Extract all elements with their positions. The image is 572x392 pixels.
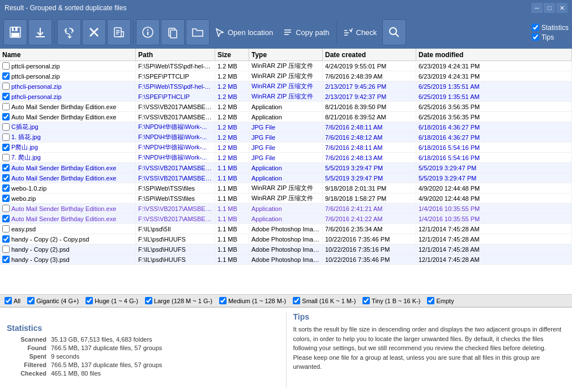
maximize-button[interactable]: □	[544, 3, 555, 13]
statistics-check-input[interactable]	[532, 24, 539, 31]
file-checkbox[interactable]	[2, 133, 10, 141]
download-button[interactable]	[28, 19, 52, 45]
table-row[interactable]: pthcli-personal.zip F:\SPEF\PTHCLIP 1.2 …	[0, 92, 572, 102]
col-size[interactable]: Size	[215, 49, 249, 61]
search-icon	[389, 27, 400, 38]
filter-small-input[interactable]	[293, 297, 300, 304]
save-button[interactable]	[3, 19, 27, 45]
file-name-cell: pthcli-personal.zip	[0, 92, 136, 101]
filter-tiny-label: Tiny (1 B ~ 16 K-)	[372, 298, 420, 304]
filter-gigantic[interactable]: Gigantic (4 G+)	[27, 297, 79, 304]
table-row[interactable]: Auto Mail Sender Birthday Edition.exe F:…	[0, 173, 572, 183]
file-checkbox[interactable]	[2, 195, 10, 202]
filter-medium-input[interactable]	[219, 297, 227, 304]
filter-empty-input[interactable]	[427, 297, 434, 304]
filter-tiny[interactable]: Tiny (1 B ~ 16 K-)	[362, 297, 420, 304]
table-row[interactable]: webo-1.0.zip F:\SP\Web\TSS\files 1.1 MB …	[0, 183, 572, 193]
file-type-cell: Application	[249, 215, 323, 223]
file-name-cell: handy - Copy (3).psd	[0, 255, 136, 264]
table-row[interactable]: webo.zip F:\SP\Web\TSS\files 1.1 MB WinR…	[0, 193, 572, 204]
table-row[interactable]: handy - Copy (2) - Copy.psd F:\IL\psd\HU…	[0, 234, 572, 244]
filter-large-input[interactable]	[145, 297, 152, 304]
file-checkbox[interactable]	[2, 235, 10, 243]
col-path[interactable]: Path	[136, 49, 215, 61]
file-checkbox[interactable]	[2, 144, 10, 151]
check-button[interactable]: Check	[339, 19, 382, 45]
statistics-checkbox[interactable]: Statistics	[532, 24, 569, 32]
file-type-cell: WinRAR ZIP 压缩文件	[249, 183, 323, 193]
close-button[interactable]: ✕	[556, 3, 567, 13]
col-date-created[interactable]: Date created	[323, 49, 416, 61]
filter-all-input[interactable]	[5, 297, 12, 304]
table-row[interactable]: Auto Mail Sender Birthday Edition.exe F:…	[0, 204, 572, 214]
table-row[interactable]: handy - Copy (2).psd F:\IL\psd\HUUFS 1.1…	[0, 244, 572, 255]
col-date-modified-label: Date modified	[419, 51, 463, 59]
filter-gigantic-input[interactable]	[27, 297, 35, 304]
filter-huge[interactable]: Huge (1 ~ 4 G-)	[86, 297, 138, 304]
col-date-modified[interactable]: Date modified	[416, 49, 572, 61]
file-checkbox[interactable]	[2, 164, 10, 171]
table-row[interactable]: easy.psd F:\IL\psd\5Il 1.1 MB Adobe Phot…	[0, 224, 572, 234]
file-checkbox[interactable]	[2, 62, 10, 70]
table-row[interactable]: P爬山.jpg F:\NPD\H华德福\Work-... 1.2 MB JPG …	[0, 143, 572, 153]
table-row[interactable]: Auto Mail Sender Birthday Edition.exe F:…	[0, 214, 572, 224]
table-row[interactable]: Auto Mail Sender Birthday Edition.exe F:…	[0, 112, 572, 122]
table-row[interactable]: pttcli-personal.zip F:\SP\Web\TSS\pdf-he…	[0, 61, 572, 71]
spent-label: Spent	[7, 353, 46, 360]
file-type-cell: Application	[249, 205, 323, 213]
minimize-button[interactable]: ─	[531, 3, 543, 13]
table-row[interactable]: handy - Copy (3).psd F:\IL\psd\HUUFS 1.1…	[0, 255, 572, 265]
col-name[interactable]: Name	[0, 49, 136, 61]
recycle-button[interactable]	[57, 19, 81, 45]
copy2-button[interactable]	[161, 19, 185, 45]
file-checkbox[interactable]	[2, 103, 10, 110]
table-row[interactable]: Auto Mail Sender Birthday Edition.exe F:…	[0, 163, 572, 173]
check-label: Check	[356, 28, 377, 37]
folder-icon	[191, 26, 204, 38]
table-row[interactable]: Auto Mail Sender Birthday Edition.exe F:…	[0, 102, 572, 112]
file-checkbox[interactable]	[2, 225, 10, 232]
copy-path-button[interactable]: Copy path	[279, 19, 334, 45]
table-row[interactable]: 7. 爬山.jpg F:\NPD\H华德福\Work-... 1.2 MB JP…	[0, 153, 572, 163]
file-path-cell: F:\VSS\VB2017\AMSBE-...	[136, 103, 215, 111]
info-button[interactable]	[136, 19, 160, 45]
open-location-button[interactable]: Open location	[211, 19, 278, 45]
filter-medium[interactable]: Medium (1 ~ 128 M-)	[219, 297, 286, 304]
tips-checkbox[interactable]: Tips	[532, 33, 569, 41]
table-row[interactable]: 1. 插花.jpg F:\NPD\H华德福\Work-... 1.2 MB JP…	[0, 132, 572, 143]
tips-check-input[interactable]	[532, 33, 539, 41]
file-checkbox[interactable]	[2, 83, 10, 90]
table-row[interactable]: C插花.jpg F:\NPD\H华德福\Work-... 1.2 MB JPG …	[0, 122, 572, 132]
file-checkbox[interactable]	[2, 256, 10, 263]
file-date-created-cell: 9/18/2018 2:01:31 PM	[323, 184, 416, 192]
file-checkbox[interactable]	[2, 205, 10, 212]
file-size-cell: 1.1 MB	[215, 235, 249, 243]
filter-all[interactable]: All	[5, 297, 20, 304]
file-checkbox[interactable]	[2, 174, 10, 182]
file-checkbox[interactable]	[2, 123, 10, 131]
filter-large[interactable]: Large (128 M ~ 1 G-)	[145, 297, 212, 304]
delete-button[interactable]	[82, 19, 106, 45]
window-controls: ─ □ ✕	[531, 3, 567, 13]
folder-button[interactable]	[186, 19, 210, 45]
filter-tiny-input[interactable]	[362, 297, 370, 304]
file-checkbox[interactable]	[2, 72, 10, 80]
tips-panel: Tips It sorts the result by file size in…	[287, 308, 573, 392]
table-row[interactable]: pthcli-personal.zip F:\SP\Web\TSS\pdf-he…	[0, 81, 572, 92]
file-checkbox[interactable]	[2, 154, 10, 161]
col-type[interactable]: Type	[249, 49, 323, 61]
file-checkbox[interactable]	[2, 245, 10, 253]
filter-empty[interactable]: Empty	[427, 297, 454, 304]
file-checkbox[interactable]	[2, 93, 10, 100]
file-checkbox[interactable]	[2, 215, 10, 222]
table-row[interactable]: pttcli-personal.zip F:\SPEF\PTTCLIP 1.2 …	[0, 71, 572, 81]
file-date-modified-cell: 6/25/2019 1:35:51 AM	[416, 93, 572, 101]
search-button[interactable]	[382, 19, 406, 45]
file-list-body[interactable]: pttcli-personal.zip F:\SP\Web\TSS\pdf-he…	[0, 61, 572, 294]
export-button[interactable]	[107, 19, 131, 45]
file-checkbox[interactable]	[2, 113, 10, 120]
filter-small[interactable]: Small (16 K ~ 1 M-)	[293, 297, 356, 304]
filter-huge-input[interactable]	[86, 297, 93, 304]
file-checkbox[interactable]	[2, 184, 10, 192]
file-name-cell: C插花.jpg	[0, 122, 136, 132]
